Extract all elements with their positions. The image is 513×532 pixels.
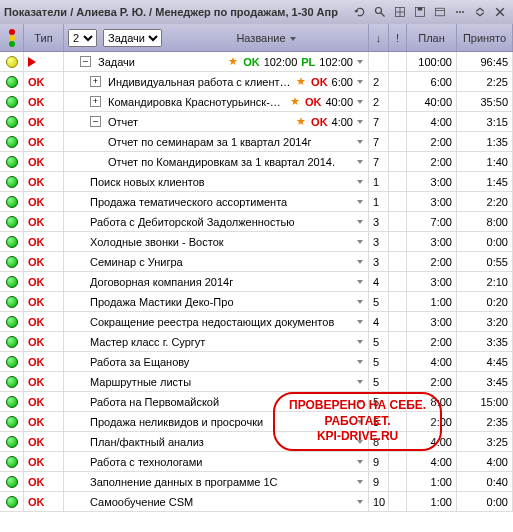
table-row[interactable]: OKПоиск новых клиентов13:001:45 (0, 172, 513, 192)
dropdown-icon[interactable] (356, 338, 364, 346)
close-icon[interactable] (491, 3, 509, 21)
dropdown-icon[interactable] (356, 498, 364, 506)
traffic-light-header[interactable] (0, 24, 24, 51)
name-cell[interactable]: Сокращение реестра недостающих документо… (64, 312, 369, 331)
accepted-cell: 2:10 (457, 272, 513, 291)
dropdown-icon[interactable] (356, 138, 364, 146)
name-cell[interactable]: +Индивидуальная работа с клиентами★OK6:0… (64, 72, 369, 91)
table-row[interactable]: OKПродажа неликвидов и просрочки52:002:3… (0, 412, 513, 432)
table-row[interactable]: OKРабота с Дебиторской Задолженностью37:… (0, 212, 513, 232)
name-cell[interactable]: Работа за Ещанову (64, 352, 369, 371)
table-row[interactable]: OKПлан/фактный анализ84:003:25 (0, 432, 513, 452)
dropdown-icon[interactable] (356, 358, 364, 366)
table-row[interactable]: OKХолодные звонки - Восток33:000:00 (0, 232, 513, 252)
name-cell[interactable]: Отчет по Командировкам за 1 квартал 2014… (64, 152, 369, 171)
dropdown-icon[interactable] (356, 98, 364, 106)
collapse-icon[interactable]: – (90, 116, 101, 127)
name-cell[interactable]: Договорная компания 2014г (64, 272, 369, 291)
name-cell[interactable]: Маршрутные листы (64, 372, 369, 391)
table-row[interactable]: OKПродажа тематического ассортимента13:0… (0, 192, 513, 212)
category-select[interactable]: Задачи (103, 29, 162, 47)
collapse-icon[interactable]: – (80, 56, 91, 67)
dropdown-icon[interactable] (356, 298, 364, 306)
dropdown-icon[interactable] (356, 238, 364, 246)
name-column-header[interactable]: 2 Задачи Название (64, 24, 369, 51)
table-row[interactable]: OKСеминар с Унигра32:000:55 (0, 252, 513, 272)
name-cell[interactable]: Семинар с Унигра (64, 252, 369, 271)
level-select[interactable]: 2 (68, 29, 97, 47)
accepted-column-header[interactable]: Принято (457, 24, 513, 51)
save-icon[interactable] (411, 3, 429, 21)
grid-icon[interactable] (391, 3, 409, 21)
dropdown-icon[interactable] (356, 438, 364, 446)
dropdown-icon[interactable] (356, 158, 364, 166)
excl-column-header[interactable]: ! (389, 24, 407, 51)
table-row[interactable]: OKСокращение реестра недостающих докумен… (0, 312, 513, 332)
table-row[interactable]: OK+Индивидуальная работа с клиентами★OK6… (0, 72, 513, 92)
status-light (0, 152, 24, 171)
name-cell[interactable]: Работа с Дебиторской Задолженностью (64, 212, 369, 231)
table-row[interactable]: OKРабота с технологами94:004:00 (0, 452, 513, 472)
table-row[interactable]: OKМастер класс г. Сургут52:003:35 (0, 332, 513, 352)
dropdown-icon[interactable] (356, 258, 364, 266)
name-cell[interactable]: +Командировка Краснотурьинск-Серов★OK40:… (64, 92, 369, 111)
dropdown-icon[interactable] (356, 458, 364, 466)
accepted-cell: 2:20 (457, 192, 513, 211)
table-row[interactable]: OKМаршрутные листы52:003:45 (0, 372, 513, 392)
name-cell[interactable]: Мастер класс г. Сургут (64, 332, 369, 351)
dropdown-icon[interactable] (356, 418, 364, 426)
dropdown-icon[interactable] (356, 278, 364, 286)
name-cell[interactable]: Холодные звонки - Восток (64, 232, 369, 251)
table-row[interactable]: OK–Отчет★OK4:0074:003:15 (0, 112, 513, 132)
dropdown-icon[interactable] (356, 478, 364, 486)
flag-column-header[interactable]: ↓ (369, 24, 389, 51)
name-cell[interactable]: Продажа тематического ассортимента (64, 192, 369, 211)
type-column-header[interactable]: Тип (24, 24, 64, 51)
table-row[interactable]: OK+Командировка Краснотурьинск-Серов★OK4… (0, 92, 513, 112)
dropdown-icon[interactable] (356, 218, 364, 226)
dropdown-icon[interactable] (356, 398, 364, 406)
name-cell[interactable]: План/фактный анализ (64, 432, 369, 451)
table-row[interactable]: OKОтчет по Командировкам за 1 квартал 20… (0, 152, 513, 172)
table-row[interactable]: OKЗаполнение данных в программе 1С91:000… (0, 472, 513, 492)
plan-column-header[interactable]: План (407, 24, 457, 51)
name-cell[interactable]: –Отчет★OK4:00 (64, 112, 369, 131)
expand-icon[interactable]: + (90, 96, 101, 107)
name-cell[interactable]: Заполнение данных в программе 1С (64, 472, 369, 491)
refresh-icon[interactable] (351, 3, 369, 21)
name-cell[interactable]: Отчет по семинарам за 1 квартал 2014г (64, 132, 369, 151)
search-icon[interactable] (371, 3, 389, 21)
type-cell: OK (24, 492, 64, 511)
expand-icon[interactable]: + (90, 76, 101, 87)
name-cell[interactable]: Продажа Мастики Деко-Про (64, 292, 369, 311)
table-row[interactable]: OKОтчет по семинарам за 1 квартал 2014г7… (0, 132, 513, 152)
more-icon[interactable] (451, 3, 469, 21)
name-cell[interactable]: Продажа неликвидов и просрочки (64, 412, 369, 431)
table-row[interactable]: OKРабота за Ещанову54:004:45 (0, 352, 513, 372)
table-row[interactable]: OKПродажа Мастики Деко-Про51:000:20 (0, 292, 513, 312)
dropdown-icon[interactable] (356, 318, 364, 326)
table-row[interactable]: OKСамообучение CSM101:000:00 (0, 492, 513, 512)
dropdown-icon[interactable] (356, 378, 364, 386)
table-row[interactable]: –Задачи★OK102:00PL102:00100:0096:45 (0, 52, 513, 72)
dropdown-icon[interactable] (356, 58, 364, 66)
table-row[interactable]: OKДоговорная компания 2014г43:002:10 (0, 272, 513, 292)
accepted-cell: 4:00 (457, 452, 513, 471)
maximize-icon[interactable] (471, 3, 489, 21)
dropdown-icon[interactable] (356, 178, 364, 186)
name-cell[interactable]: Работа с технологами (64, 452, 369, 471)
name-cell[interactable]: Поиск новых клиентов (64, 172, 369, 191)
window-icon[interactable] (431, 3, 449, 21)
table-row[interactable]: OKРабота на Первомайской58:0015:00 (0, 392, 513, 412)
dropdown-icon[interactable] (356, 198, 364, 206)
status-ok-label: OK (28, 216, 45, 228)
accepted-cell: 8:00 (457, 212, 513, 231)
dropdown-icon[interactable] (356, 78, 364, 86)
status-light (0, 412, 24, 431)
name-cell[interactable]: –Задачи★OK102:00PL102:00 (64, 52, 369, 71)
excl-cell (389, 292, 407, 311)
dropdown-icon[interactable] (356, 118, 364, 126)
name-cell[interactable]: Самообучение CSM (64, 492, 369, 511)
status-dot-icon (6, 216, 18, 228)
name-cell[interactable]: Работа на Первомайской (64, 392, 369, 411)
